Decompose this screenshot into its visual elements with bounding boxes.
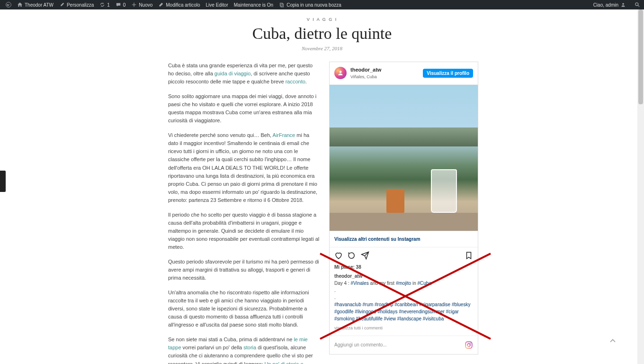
search-icon [635,2,640,8]
user-icon [620,2,626,8]
copy-icon [279,2,285,8]
paragraph: Il periodo che ho scelto per questo viag… [168,211,320,251]
ig-actions [330,247,478,264]
paragraph: Cuba è stata una grande esperienza di vi… [168,62,320,86]
maint-label: Maintenance is On [234,2,273,8]
scroll-to-top-button[interactable] [608,336,618,346]
ig-add-placeholder: Aggiungi un commento... [334,341,387,349]
copy-draft-link[interactable]: Copia in una nuova bozza [276,0,344,9]
ig-view-profile-button[interactable]: Visualizza il profilo [423,69,473,78]
link-storia[interactable]: storia [243,345,256,350]
wp-logo[interactable] [3,0,14,9]
wp-admin-bar: Theodor ATW Personalizza 1 0 Nuovo Modif… [0,0,644,9]
ig-add-comment[interactable]: Aggiungi un commento... [330,336,478,354]
ig-caption-user[interactable]: theodor_atw [334,273,473,280]
comment-icon[interactable] [348,251,356,260]
ig-tag[interactable]: #Cuba [418,281,431,286]
svg-point-8 [470,343,471,344]
plus-icon [131,2,137,8]
ig-location[interactable]: Viñales, Cuba [350,74,381,81]
ig-view-all[interactable]: visualizza tutti i commenti [334,325,473,332]
ig-hashtags[interactable]: #havanaclub #rum #roadtrip #caribbean #c… [334,301,473,322]
new-label: Nuovo [139,2,152,8]
maintenance-link[interactable]: Maintenance is On [231,0,276,9]
prev-post-tab[interactable] [0,171,6,192]
scrollbar-thumb[interactable] [638,9,643,104]
svg-rect-1 [280,3,283,6]
customize-link[interactable]: Personalizza [56,0,97,9]
comments-count: 0 [123,2,126,8]
brush-icon [59,2,65,8]
ig-more-bar: Visualizza altri contenuti su Instagram [330,231,478,247]
post-date: Novembre 27, 2018 [0,46,644,51]
ig-avatar[interactable] [334,67,347,79]
post-header: V I A G G I Cuba, dietro le quinte Novem… [0,9,644,53]
page-scroll[interactable]: V I A G G I Cuba, dietro le quinte Novem… [0,0,644,364]
site-name-link[interactable]: Theodor ATW [14,0,56,9]
svg-point-3 [622,3,624,5]
ig-username[interactable]: theodor_atw [350,66,381,74]
updates-count: 1 [107,2,110,8]
ig-likes[interactable]: Mi piace: 38 [334,264,473,271]
comments-link[interactable]: 0 [113,0,129,9]
instagram-icon [465,341,473,349]
svg-point-4 [635,3,638,6]
new-link[interactable]: Nuovo [128,0,155,9]
howdy-label: Ciao, admin [593,2,618,8]
edit-label: Modifica articolo [166,2,200,8]
paragraph: Se non siete mai stati a Cuba, prima di … [168,336,320,364]
share-icon[interactable] [361,251,369,260]
paragraph: Questo periodo sfavorevole per il turism… [168,258,320,282]
paragraph: Sono solito aggiornare una mappa dei mie… [168,92,320,125]
customize-label: Personalizza [67,2,94,8]
link-racconto[interactable]: racconto [286,79,305,84]
svg-point-0 [6,2,11,8]
updates-link[interactable]: 1 [97,0,113,9]
ig-tag[interactable]: #Vinales [350,281,368,286]
svg-rect-6 [465,342,472,348]
ig-caption-block: Mi piace: 38 theodor_atw Day 4 : #Vinale… [330,264,478,336]
svg-point-5 [340,71,342,73]
svg-rect-2 [281,4,283,7]
howdy-link[interactable]: Ciao, admin [590,0,629,9]
ig-more-link[interactable]: Visualizza altri contenuti su Instagram [334,237,420,242]
ig-dot: . [334,287,473,294]
pencil-icon [158,2,164,8]
home-icon [17,2,23,8]
link-guida[interactable]: guida di viaggio [215,71,250,76]
ig-caption: Day 4 : #Vinales and my first #mojito in… [334,280,473,287]
instagram-embed: theodor_atw Viñales, Cuba Visualizza il … [329,62,478,355]
scrollbar-track[interactable] [637,9,644,364]
heart-icon[interactable] [334,251,343,260]
ig-photo[interactable] [330,84,478,231]
paragraph: Vi chiederete perché sono venuto qui… Be… [168,131,320,204]
ig-tag[interactable]: #mojito [396,281,411,286]
post-category[interactable]: V I A G G I [0,17,644,22]
live-label: Live Editor [206,2,228,8]
paragraph: Un'altra anomalia che ho riscontrato ris… [168,289,320,329]
edit-post-link[interactable]: Modifica articolo [155,0,203,9]
refresh-icon [99,2,105,8]
copy-label: Copia in una nuova bozza [286,2,341,8]
wordpress-icon [6,2,11,8]
site-name: Theodor ATW [25,2,54,8]
link-airfrance[interactable]: AirFrance [273,132,295,138]
ig-header: theodor_atw Viñales, Cuba Visualizza il … [330,62,478,84]
svg-point-7 [467,344,470,346]
search-toggle[interactable] [634,0,641,9]
live-editor-link[interactable]: Live Editor [203,0,231,9]
ig-dot: . [334,294,473,301]
bookmark-icon[interactable] [465,251,473,260]
comment-icon [116,2,121,8]
post-title: Cuba, dietro le quinte [0,25,644,43]
post-content: theodor_atw Viñales, Cuba Visualizza il … [168,62,476,364]
